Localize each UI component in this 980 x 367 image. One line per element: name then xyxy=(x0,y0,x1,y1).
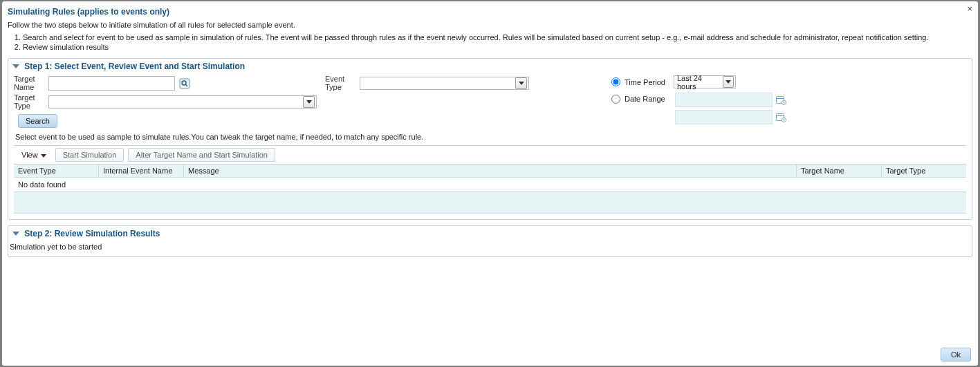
step1-header-text: Step 1: Select Event, Review Event and S… xyxy=(24,62,245,71)
step2-header-text: Step 2: Review Simulation Results xyxy=(24,229,160,238)
time-period-label[interactable]: Time Period xyxy=(625,78,665,86)
disclosure-triangle-icon[interactable] xyxy=(12,64,19,68)
date-range-row: Date Range xyxy=(611,93,966,124)
event-type-label: Event Type xyxy=(325,75,360,91)
events-table-head: Event Type Internal Event Name Message T… xyxy=(14,164,966,178)
events-table-body: No data found xyxy=(14,178,966,214)
simulating-rules-dialog: × Simulating Rules (applies to events on… xyxy=(1,1,979,366)
date-to-line xyxy=(675,110,786,124)
chevron-down-icon xyxy=(41,151,46,159)
event-type-row: Event Type xyxy=(325,75,602,91)
intro-text: Follow the two steps below to initiate s… xyxy=(6,21,974,32)
view-menu-label: View xyxy=(21,151,38,159)
step1-table-toolbar: View Start Simulation Alter Target Name … xyxy=(14,145,966,164)
start-simulation-button[interactable]: Start Simulation xyxy=(55,148,124,162)
step1-helper-text: Select event to be used as sample to sim… xyxy=(15,133,966,141)
date-range-label[interactable]: Date Range xyxy=(625,95,665,103)
target-name-label: Target Name xyxy=(14,75,48,91)
step2-body: Simulation yet to be started xyxy=(8,243,972,256)
col-target-type[interactable]: Target Type xyxy=(882,164,967,178)
disclosure-triangle-icon[interactable] xyxy=(12,232,19,236)
chevron-down-icon[interactable] xyxy=(303,96,315,108)
step1-body: Target Name xyxy=(8,75,972,219)
date-picker-icon[interactable] xyxy=(775,95,786,106)
step2-panel: Step 2: Review Simulation Results Simula… xyxy=(8,225,972,257)
events-table: Event Type Internal Event Name Message T… xyxy=(14,164,966,214)
date-from-line xyxy=(675,93,786,107)
step1-header[interactable]: Step 1: Select Event, Review Event and S… xyxy=(8,59,972,75)
time-period-radio[interactable] xyxy=(611,77,620,86)
alter-target-start-simulation-button[interactable]: Alter Target Name and Start Simulation xyxy=(128,148,275,162)
step2-status-text: Simulation yet to be started xyxy=(10,243,102,251)
step2-header[interactable]: Step 2: Review Simulation Results xyxy=(8,226,972,243)
target-type-label: Target Type xyxy=(14,94,48,110)
col-internal-event-name[interactable]: Internal Event Name xyxy=(99,164,184,178)
intro-step-2: Review simulation results xyxy=(23,43,974,53)
date-range-radio[interactable] xyxy=(611,95,620,104)
time-period-select[interactable]: Last 24 hours xyxy=(674,75,736,88)
svg-rect-0 xyxy=(180,79,189,88)
intro-steps-list: Search and select for event to be used a… xyxy=(23,33,974,53)
target-name-row: Target Name xyxy=(14,75,318,91)
lookup-icon[interactable] xyxy=(179,78,190,89)
col-message[interactable]: Message xyxy=(184,164,797,178)
date-range-inputs xyxy=(675,93,786,124)
target-type-select[interactable] xyxy=(48,95,317,109)
date-from-input[interactable] xyxy=(675,93,773,107)
ok-button[interactable]: Ok xyxy=(941,348,971,361)
step1-middle-column: Event Type xyxy=(325,75,602,94)
chevron-down-icon[interactable] xyxy=(723,76,734,88)
events-table-header-row: Event Type Internal Event Name Message T… xyxy=(14,164,966,178)
dialog-footer: Ok xyxy=(941,348,971,361)
no-data-text: No data found xyxy=(14,178,966,192)
target-type-label-line1: Target xyxy=(14,94,47,102)
step1-panel: Step 1: Select Event, Review Event and S… xyxy=(8,58,972,220)
time-period-row: Time Period Last 24 hours xyxy=(611,75,966,88)
intro-step-1: Search and select for event to be used a… xyxy=(23,33,974,43)
chevron-down-icon[interactable] xyxy=(515,77,527,89)
date-picker-icon[interactable] xyxy=(775,112,786,123)
view-menu[interactable]: View xyxy=(17,149,51,161)
col-target-name[interactable]: Target Name xyxy=(797,164,882,178)
event-type-select[interactable] xyxy=(360,77,529,90)
table-pad-row xyxy=(14,192,966,214)
target-name-input[interactable] xyxy=(48,76,175,91)
target-name-label-line2: Name xyxy=(14,84,47,92)
close-icon[interactable]: × xyxy=(967,4,972,13)
step1-left-column: Target Name xyxy=(14,75,318,128)
date-to-input[interactable] xyxy=(675,110,773,124)
target-type-row: Target Type xyxy=(14,94,318,110)
search-button[interactable]: Search xyxy=(18,114,57,128)
col-event-type[interactable]: Event Type xyxy=(14,164,99,178)
step1-right-column: Time Period Last 24 hours Date Range xyxy=(609,75,966,129)
target-name-label-line1: Target xyxy=(14,75,47,84)
time-period-value: Last 24 hours xyxy=(677,74,720,91)
target-type-label-line2: Type xyxy=(14,102,47,111)
step1-form-grid: Target Name xyxy=(14,75,966,129)
dialog-title: Simulating Rules (applies to events only… xyxy=(6,6,974,21)
table-empty-row: No data found xyxy=(14,178,966,192)
